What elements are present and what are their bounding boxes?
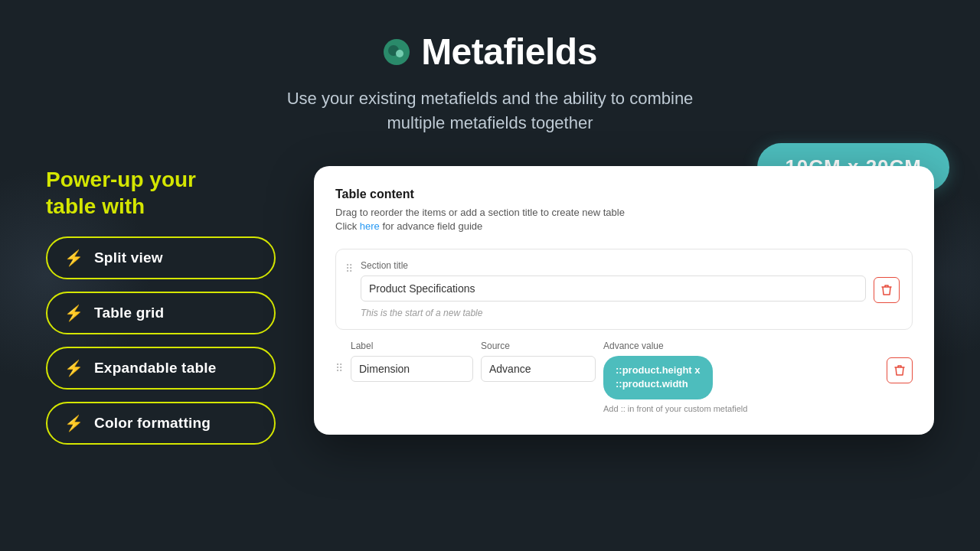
- page-subtitle: Use your existing metafields and the abi…: [287, 86, 694, 135]
- delete-section-button[interactable]: [874, 277, 900, 303]
- feature-label-split-view: Split view: [94, 249, 163, 266]
- title-row: Metafields: [383, 31, 597, 73]
- header: Metafields Use your existing metafields …: [287, 31, 694, 135]
- label-input[interactable]: [351, 356, 473, 382]
- section-title-input[interactable]: [361, 276, 866, 302]
- section-title-row: ⠿ Section title This is the start of a n…: [335, 249, 913, 330]
- bolt-icon-split-view: ⚡: [64, 249, 83, 267]
- label-column: Label: [351, 341, 473, 388]
- source-column: Source: [481, 341, 596, 388]
- card-section-title: Table content: [335, 187, 913, 201]
- source-col-header: Source: [481, 341, 596, 351]
- feature-button-table-grid[interactable]: ⚡ Table grid: [46, 292, 276, 334]
- advance-hint: Add :: in front of your custom metafield: [603, 404, 879, 413]
- feature-button-expandable-table[interactable]: ⚡ Expandable table: [46, 347, 276, 390]
- advance-col-header: Advance value: [603, 341, 879, 351]
- right-panel: 10CM x 20CM Table content Drag to reorde…: [314, 166, 934, 435]
- power-up-title: Power-up yourtable with: [46, 166, 276, 220]
- advance-column: Advance value ::product.height x::produc…: [603, 341, 879, 412]
- page-wrapper: Metafields Use your existing metafields …: [0, 0, 980, 475]
- advance-value-pill: ::product.height x::product.width: [603, 356, 713, 399]
- drag-handle-section: ⠿: [345, 262, 353, 275]
- feature-button-color-formatting[interactable]: ⚡ Color formatting: [46, 402, 276, 445]
- source-input[interactable]: [481, 356, 596, 382]
- bolt-icon-expandable-table: ⚡: [64, 359, 83, 377]
- svg-point-2: [396, 50, 403, 57]
- fields-row: ⠿ Label Source Advance value ::product.h…: [335, 341, 913, 412]
- section-hint: This is the start of a new table: [361, 308, 866, 318]
- feature-label-color-formatting: Color formatting: [94, 415, 211, 432]
- bolt-icon-color-formatting: ⚡: [64, 414, 83, 432]
- field-guide-link[interactable]: here: [360, 220, 380, 232]
- page-title: Metafields: [421, 31, 597, 73]
- section-input-label: Section title: [361, 260, 866, 271]
- delete-field-button[interactable]: [887, 357, 913, 383]
- bolt-icon-table-grid: ⚡: [64, 304, 83, 322]
- card-instructions: Drag to reorder the items or add a secti…: [335, 206, 913, 233]
- trash-icon: [881, 284, 892, 296]
- section-row-content: Section title This is the start of a new…: [361, 260, 866, 318]
- feature-label-table-grid: Table grid: [94, 305, 164, 321]
- drag-handle-fields: ⠿: [335, 362, 343, 374]
- main-content: Power-up yourtable with ⚡ Split view ⚡ T…: [46, 166, 934, 445]
- label-col-header: Label: [351, 341, 473, 351]
- logo-icon: [383, 38, 410, 66]
- ui-card: Table content Drag to reorder the items …: [314, 166, 934, 435]
- trash-icon-field: [894, 364, 905, 377]
- feature-label-expandable-table: Expandable table: [94, 360, 216, 377]
- feature-button-split-view[interactable]: ⚡ Split view: [46, 236, 276, 279]
- left-panel: Power-up yourtable with ⚡ Split view ⚡ T…: [46, 166, 276, 445]
